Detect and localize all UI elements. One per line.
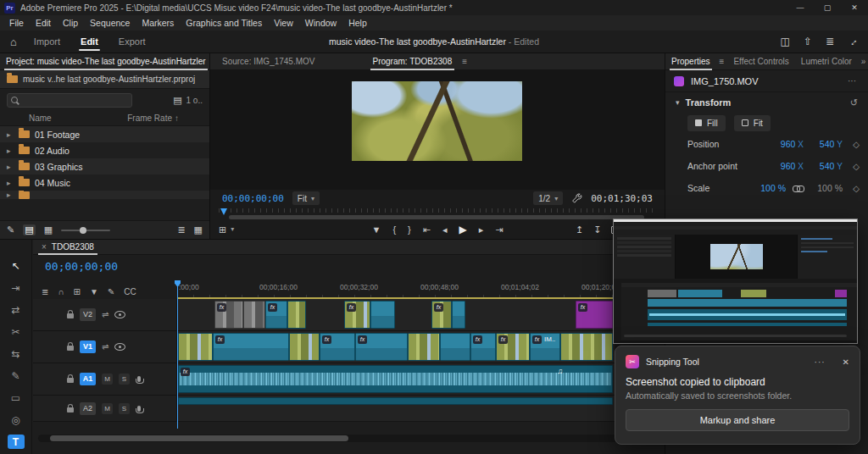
- type-tool[interactable]: T: [8, 435, 25, 449]
- close-button[interactable]: ✕: [841, 0, 868, 15]
- anchor-x-value[interactable]: 960X: [765, 161, 804, 171]
- markup-and-share-button[interactable]: Markup and share: [626, 409, 849, 431]
- sync-lock-icon[interactable]: ⇌: [102, 342, 108, 352]
- settings-wrench-icon[interactable]: [571, 193, 582, 204]
- bin-breadcrumb[interactable]: music v..he last goodbye-AustinHartzler.…: [0, 70, 209, 89]
- fill-button[interactable]: Fill: [687, 115, 726, 131]
- ripple-edit-tool[interactable]: ⇄: [8, 302, 25, 317]
- captions-icon[interactable]: CC: [124, 287, 136, 296]
- menu-graphics-and-titles[interactable]: Graphics and Titles: [180, 15, 268, 30]
- workspaces-icon[interactable]: ◫: [781, 36, 790, 47]
- scale-value[interactable]: 100 %: [760, 183, 786, 193]
- timeline-clip[interactable]: [289, 333, 320, 361]
- voiceover-record-icon[interactable]: [137, 406, 141, 412]
- lock-icon[interactable]: [67, 313, 74, 318]
- timeline-clip[interactable]: [178, 397, 613, 405]
- keyframe-toggle-icon[interactable]: ◇: [843, 162, 860, 171]
- timeline-clip[interactable]: fxIM..: [530, 333, 560, 361]
- position-y-value[interactable]: 540Y: [804, 139, 843, 149]
- timeline-clip[interactable]: fx: [320, 333, 355, 361]
- zoom-tool[interactable]: ◎: [8, 412, 25, 427]
- clip-lane-v2[interactable]: fxfxfxfxfx: [177, 299, 665, 330]
- project-panel-tab[interactable]: Project: music video-The last goodbye-Au…: [0, 53, 209, 70]
- chevron-down-icon[interactable]: ▾: [231, 220, 234, 239]
- project-writable-toggle[interactable]: ✎: [7, 224, 14, 235]
- timeline-settings-icon[interactable]: ≣: [42, 287, 48, 296]
- play-button[interactable]: ▶: [459, 220, 467, 239]
- panel-menu-icon[interactable]: ≡: [716, 57, 728, 66]
- track-select-forward-tool[interactable]: ⇥: [8, 280, 25, 295]
- add-marker-button[interactable]: ▼: [372, 220, 381, 239]
- timeline-playhead[interactable]: [177, 280, 178, 429]
- list-view-button[interactable]: ▤: [23, 224, 35, 235]
- clip-lane-a2[interactable]: [177, 396, 665, 421]
- track-badge-a2[interactable]: A2: [80, 402, 96, 415]
- razor-tool[interactable]: ✂: [8, 324, 25, 339]
- timeline-clip[interactable]: fx: [344, 301, 370, 329]
- transform-section-header[interactable]: ▾ Transform ↺: [665, 92, 868, 113]
- chevron-right-icon[interactable]: ▸: [7, 130, 14, 139]
- list-item[interactable]: ▸04 Music: [0, 174, 209, 191]
- icon-view-button[interactable]: ▦: [44, 224, 53, 235]
- close-sequence-icon[interactable]: ×: [42, 242, 47, 252]
- anchor-y-value[interactable]: 540Y: [804, 161, 843, 171]
- fit-dropdown[interactable]: Fit ▾: [292, 191, 320, 205]
- menu-clip[interactable]: Clip: [57, 15, 84, 30]
- list-item[interactable]: ▸03 Graphics: [0, 158, 209, 174]
- tab-import[interactable]: Import: [24, 30, 70, 53]
- timeline-clip[interactable]: [287, 301, 306, 329]
- fit-button[interactable]: Fit: [734, 115, 771, 131]
- timeline-clip[interactable]: fx: [213, 333, 289, 361]
- timeline-clip[interactable]: [440, 333, 470, 361]
- reset-icon[interactable]: ↺: [850, 97, 858, 108]
- list-item[interactable]: ▸: [0, 191, 209, 199]
- toggle-track-output-icon[interactable]: [114, 343, 125, 351]
- snipping-tool-notification[interactable]: ✂ Snipping Tool ··· ✕ Screenshot copied …: [615, 346, 860, 445]
- sync-lock-icon[interactable]: ⇌: [102, 310, 108, 319]
- timeline-ruler[interactable]: :00;0000;00;16;0000;00;32;0000;00;48;000…: [177, 280, 665, 299]
- solo-button[interactable]: S: [119, 403, 130, 414]
- panel-menu-icon[interactable]: ≡: [459, 57, 470, 66]
- list-item[interactable]: ▸01 Footage: [0, 126, 209, 142]
- pen-tool[interactable]: ✎: [8, 368, 25, 383]
- maximize-button[interactable]: ▢: [814, 0, 841, 15]
- notification-close-icon[interactable]: ✕: [843, 357, 849, 367]
- playhead-timecode[interactable]: 00;00;00;00: [222, 193, 284, 204]
- timeline-clip[interactable]: [452, 301, 465, 329]
- sort-icons-button[interactable]: ≣: [177, 224, 185, 235]
- track-badge-a1[interactable]: A1: [80, 373, 96, 385]
- timeline-timecode[interactable]: 00;00;00;00: [45, 260, 118, 273]
- clip-lane-v1[interactable]: fxfxfxfxfxfxIM..: [177, 331, 665, 363]
- minimize-button[interactable]: —: [787, 0, 814, 15]
- track-badge-v2[interactable]: V2: [80, 308, 96, 321]
- timeline-clip[interactable]: [178, 333, 213, 361]
- media-filter-icon[interactable]: ▤: [173, 95, 181, 106]
- menu-markers[interactable]: Markers: [136, 15, 180, 30]
- lock-icon[interactable]: [67, 346, 74, 351]
- button-editor-icon[interactable]: ⊞: [219, 220, 226, 239]
- new-bin-button[interactable]: ▦: [194, 224, 203, 235]
- column-name[interactable]: Name: [29, 114, 52, 123]
- timeline-clip[interactable]: fx♫: [178, 365, 613, 393]
- chevron-right-icon[interactable]: ▸: [7, 163, 14, 171]
- lock-icon[interactable]: [67, 407, 74, 412]
- snip-preview-popup[interactable]: [613, 219, 858, 344]
- tab-lumetri-color[interactable]: Lumetri Color: [795, 53, 858, 70]
- panel-overflow-icon[interactable]: »: [858, 57, 868, 66]
- mute-button[interactable]: M: [102, 403, 113, 414]
- work-area-bar[interactable]: [178, 297, 614, 299]
- menu-edit[interactable]: Edit: [30, 15, 57, 30]
- timeline-clip[interactable]: [370, 301, 395, 329]
- timeline-scrollbar[interactable]: [38, 435, 659, 442]
- voiceover-record-icon[interactable]: [137, 376, 141, 382]
- mute-button[interactable]: M: [102, 374, 113, 385]
- go-to-in-button[interactable]: ⇤: [423, 220, 431, 239]
- track-badge-v1[interactable]: V1: [80, 340, 96, 353]
- linked-selection-icon[interactable]: ⊞: [74, 287, 81, 296]
- timeline-clip[interactable]: fx: [265, 301, 287, 329]
- home-icon[interactable]: ⌂: [10, 36, 17, 48]
- snap-icon[interactable]: ∩: [58, 287, 64, 296]
- toggle-track-output-icon[interactable]: [114, 311, 125, 318]
- solo-button[interactable]: S: [119, 374, 130, 385]
- timeline-clip[interactable]: fx: [214, 301, 243, 329]
